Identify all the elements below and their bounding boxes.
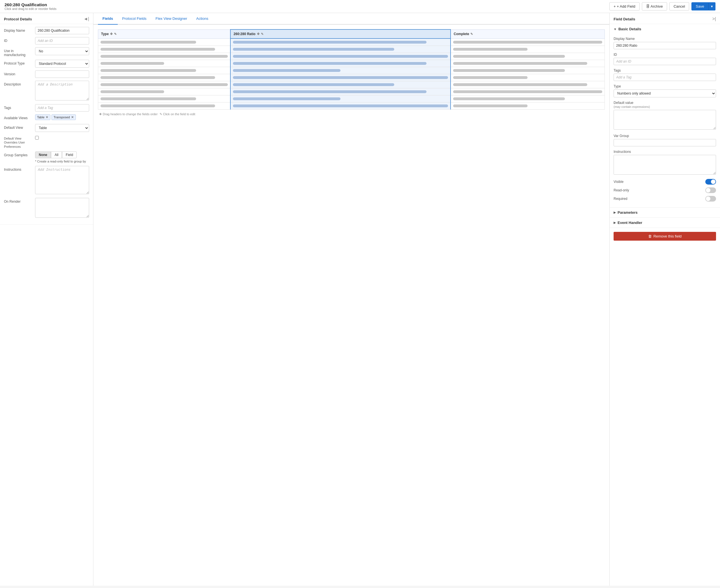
tab-protocol-fields[interactable]: Protocol Fields [118,13,151,25]
field-instructions-row: Instructions [614,150,716,175]
field-default-value-label: Default value (may contain expressions) [614,101,716,109]
cell [98,60,231,67]
table-row [98,60,605,67]
parameters-title: Parameters [617,210,638,215]
remove-transposed-view-button[interactable]: ✕ [71,115,74,119]
col-complete-header: Complete ✎ [450,29,605,39]
group-samples-all-button[interactable]: All [51,151,62,158]
cell-active [230,96,450,103]
event-handler-header[interactable]: Event Handler [610,218,720,228]
protocol-type-select[interactable]: Standard Protocol [35,60,89,68]
default-view-overrides-row: Default View Overrides User Preferences [4,135,89,149]
field-tags-row: Tags [614,68,716,81]
trash-icon: 🗑 [648,234,652,238]
event-handler-arrow [614,221,616,225]
field-default-value-row: Default value (may contain expressions) [614,101,716,130]
cell [98,46,231,53]
parameters-section: Parameters [610,208,720,218]
add-field-button[interactable]: + Add Field [609,2,640,10]
group-samples-field-button[interactable]: Field [62,151,77,158]
remove-table-view-button[interactable]: ✕ [46,115,48,119]
ratio-edit-icon[interactable]: ✎ [261,32,263,36]
table-row [98,88,605,96]
version-label: Version [4,70,35,76]
remove-field-button[interactable]: 🗑 Remove this field [614,232,716,240]
id-input[interactable] [35,37,89,44]
group-samples-none-button[interactable]: None [35,151,51,158]
field-var-group-input[interactable] [614,139,716,146]
left-panel-header: Protocol Details ◄| [0,13,93,24]
table-row [98,74,605,81]
id-row: ID [4,37,89,44]
instructions-textarea[interactable] [35,166,89,194]
cell-active [230,60,450,67]
basic-details-header[interactable]: Basic Details [610,24,720,34]
expand-right-button[interactable]: >| [712,16,716,22]
complete-edit-icon[interactable]: ✎ [470,32,473,36]
tab-flex-view-designer[interactable]: Flex View Designer [151,13,192,25]
cell [450,81,605,88]
save-caret-button[interactable]: ▾ [708,2,716,10]
field-type-select[interactable]: Numbers only allowed Text Date Boolean [614,89,716,98]
archive-button[interactable]: 🗄 Archive [642,2,667,10]
field-var-group-label: Var Group [614,134,716,138]
default-view-label: Default View [4,124,35,130]
on-render-textarea[interactable] [35,198,89,218]
use-in-mfg-select[interactable]: No Yes [35,47,89,55]
type-edit-icon[interactable]: ✎ [114,32,117,36]
field-tags-input[interactable] [614,74,716,81]
left-panel: Protocol Details ◄| Display Name ID Use … [0,13,93,586]
cell-active [230,88,450,96]
default-view-select[interactable]: Table Transposed [35,124,89,132]
readonly-toggle[interactable] [705,187,716,193]
cell [98,53,231,60]
on-render-row: On Render [4,198,89,218]
tab-actions[interactable]: Actions [192,13,213,25]
description-textarea[interactable] [35,81,89,101]
protocol-type-row: Protocol Type Standard Protocol [4,60,89,68]
field-display-name-input[interactable] [614,42,716,49]
field-id-input[interactable] [614,58,716,65]
readonly-slider [705,187,716,193]
display-name-input[interactable] [35,27,89,34]
description-label: Description [4,81,35,86]
default-view-row: Default View Table Transposed [4,124,89,132]
protocol-type-label: Protocol Type [4,60,35,65]
visible-toggle[interactable] [705,179,716,185]
save-button-group: Save ▾ [692,2,716,10]
version-input[interactable] [35,70,89,78]
version-row: Version [4,70,89,78]
display-name-label: Display Name [4,27,35,33]
required-toggle[interactable] [705,196,716,202]
tags-input[interactable] [35,104,89,111]
visible-label: Visible [614,180,623,184]
field-default-value-textarea[interactable] [614,110,716,130]
collapse-left-button[interactable]: ◄| [84,16,89,22]
field-var-group-row: Var Group [614,134,716,146]
cell-active [230,103,450,109]
cell [450,39,605,46]
cancel-button[interactable]: Cancel [669,2,689,10]
instructions-row: Instructions [4,166,89,195]
cell [98,103,231,109]
ratio-drag-handle[interactable]: ❖ [257,32,260,36]
readonly-toggle-row: Read-only [614,187,716,193]
save-button[interactable]: Save [692,2,708,10]
version-control [35,70,89,78]
parameters-header[interactable]: Parameters [610,208,720,217]
drag-hint: ❖ Drag headers to change the fields orde… [98,112,605,116]
description-control [35,81,89,101]
cell-active [230,39,450,46]
group-samples-hint: * Create a read-only field to group by [35,160,89,163]
protocol-details-form: Display Name ID Use in manufacturing No … [0,24,93,225]
field-instructions-textarea[interactable] [614,155,716,175]
type-drag-handle[interactable]: ❖ [110,32,113,36]
description-row: Description [4,81,89,101]
table-area: Type ❖ ✎ 260:280 Ratio ❖ ✎ [93,25,609,121]
right-panel-title: Field Details [614,17,635,21]
complete-header-label: Complete [454,32,469,36]
default-view-overrides-control [35,135,89,141]
tab-fields[interactable]: Fields [98,13,118,25]
default-view-overrides-checkbox[interactable] [35,136,39,140]
readonly-label: Read-only [614,188,629,192]
